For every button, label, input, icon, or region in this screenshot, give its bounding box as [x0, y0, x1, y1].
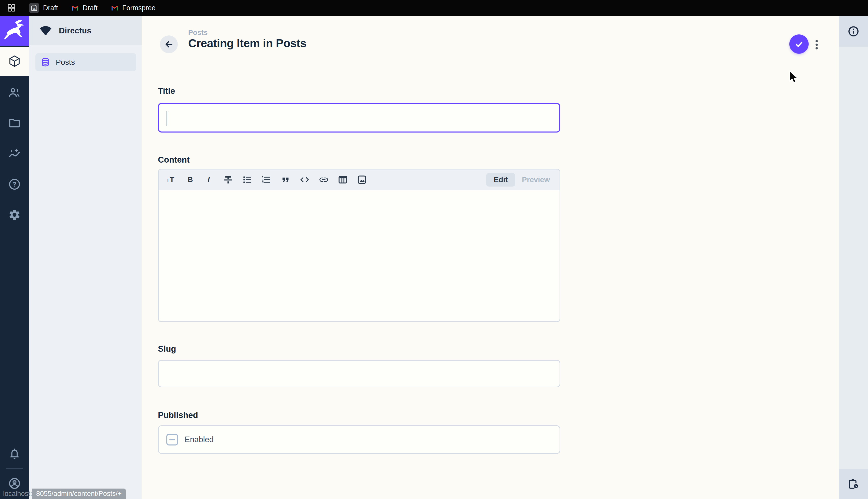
more-options-button[interactable] — [815, 40, 818, 49]
browser-tab-draft-gmail[interactable]: Draft — [71, 4, 98, 12]
sidebar-item-label: Posts — [56, 58, 75, 66]
tab-label: Draft — [43, 4, 58, 12]
tab-label: Formspree — [122, 4, 155, 12]
text-caret — [166, 111, 167, 126]
italic-icon[interactable]: I — [204, 174, 214, 185]
gmail-icon — [111, 4, 118, 12]
blockquote-icon[interactable] — [280, 174, 291, 185]
save-button[interactable] — [789, 34, 809, 54]
svg-text:I: I — [207, 175, 210, 183]
content-module-cube-icon — [8, 55, 21, 68]
svg-text:T: T — [166, 178, 169, 183]
browser-tab-formspree[interactable]: Formspree — [111, 4, 155, 12]
database-icon — [40, 57, 50, 67]
field-label-published: Published — [158, 410, 198, 420]
directus-logo-button[interactable] — [0, 16, 29, 46]
insights-icon — [8, 147, 21, 160]
project-header[interactable]: Directus — [29, 16, 142, 45]
users-icon — [8, 86, 21, 99]
browser-status-bubble: localhost: 8055/admin/content/Posts/+ — [0, 489, 126, 499]
editor-mode-tabs: Edit Preview — [486, 173, 556, 186]
status-url-prefix: localhost: — [0, 489, 32, 499]
link-icon[interactable] — [319, 174, 329, 185]
editor-toolbar: T T B I — [159, 170, 559, 190]
browser-tab-draft-calendar[interactable]: 31 Draft — [29, 3, 58, 13]
info-icon — [847, 25, 859, 37]
svg-text:T: T — [169, 175, 174, 183]
module-bar: ? — [0, 16, 29, 499]
back-button[interactable] — [160, 35, 178, 53]
files-folder-icon — [8, 117, 21, 130]
info-button[interactable] — [839, 16, 868, 47]
strikethrough-icon[interactable] — [223, 174, 233, 185]
module-settings[interactable] — [0, 200, 29, 229]
calendar-icon: 31 — [29, 3, 39, 13]
sidebar-item-posts[interactable]: Posts — [35, 53, 136, 71]
user-avatar-icon — [8, 477, 21, 490]
page-title: Creating Item in Posts — [188, 37, 306, 50]
screen: 31 Draft Draft F — [0, 0, 868, 499]
checkbox-indeterminate-icon[interactable] — [166, 434, 178, 446]
directus-wedge-logo-icon — [39, 25, 52, 36]
activity-clipboard-clock-icon — [847, 478, 859, 490]
activity-button[interactable] — [839, 469, 868, 499]
tab-edit[interactable]: Edit — [486, 173, 516, 186]
table-icon[interactable] — [338, 174, 348, 185]
bold-icon[interactable]: B — [185, 174, 195, 185]
module-users[interactable] — [0, 78, 29, 107]
browser-tab-strip: 31 Draft Draft F — [0, 0, 868, 16]
arrow-left-icon — [164, 39, 174, 49]
code-icon[interactable] — [300, 174, 310, 185]
kebab-dot — [816, 44, 818, 46]
module-files[interactable] — [0, 109, 29, 138]
slug-input[interactable] — [158, 360, 560, 387]
text-size-icon[interactable]: T T — [166, 174, 176, 185]
main-content: Posts Creating Item in Posts Title Conte… — [142, 16, 839, 499]
navigation-sidebar: Directus Posts — [29, 16, 142, 499]
image-icon[interactable] — [357, 174, 367, 185]
kebab-dot — [816, 47, 818, 49]
module-insights[interactable] — [0, 139, 29, 168]
field-label-title: Title — [158, 86, 175, 96]
published-toggle-row[interactable]: Enabled — [158, 425, 560, 454]
svg-text:?: ? — [12, 180, 16, 188]
numbered-list-icon[interactable] — [261, 174, 272, 185]
svg-text:31: 31 — [33, 8, 36, 10]
help-icon: ? — [8, 178, 21, 191]
content-editor: T T B I — [158, 169, 560, 322]
breadcrumb[interactable]: Posts — [188, 28, 207, 37]
tab-preview[interactable]: Preview — [515, 173, 556, 186]
notifications-bell-icon — [8, 447, 21, 460]
title-input[interactable] — [158, 103, 560, 133]
kebab-dot — [816, 40, 818, 42]
svg-text:B: B — [188, 175, 193, 183]
apps-grid-icon[interactable] — [7, 3, 16, 12]
directus-rabbit-logo-icon — [3, 19, 26, 42]
gmail-icon — [71, 4, 79, 12]
project-name: Directus — [59, 26, 91, 35]
right-sidebar — [839, 16, 868, 499]
check-icon — [794, 39, 804, 49]
field-label-slug: Slug — [158, 344, 176, 354]
mouse-cursor — [789, 70, 800, 86]
status-url: 8055/admin/content/Posts/+ — [32, 489, 126, 499]
tab-label: Draft — [83, 4, 98, 12]
field-label-content: Content — [158, 155, 190, 165]
notifications-button[interactable] — [0, 439, 29, 468]
content-editor-textarea[interactable] — [159, 190, 559, 322]
bulleted-list-icon[interactable] — [242, 174, 252, 185]
checkbox-label: Enabled — [185, 435, 214, 444]
module-content-active[interactable] — [0, 47, 29, 76]
settings-gear-icon — [8, 208, 21, 221]
module-help[interactable]: ? — [0, 170, 29, 199]
